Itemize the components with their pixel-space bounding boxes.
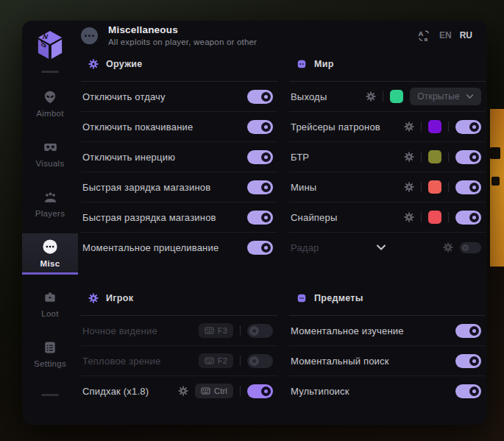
section-title: Предметы	[314, 293, 363, 303]
globe-icon	[297, 59, 307, 69]
row-mines: Мины	[289, 172, 486, 202]
keyboard-icon	[205, 357, 214, 364]
sidebar-item-label: Misc	[40, 259, 60, 268]
toggle-switch[interactable]	[247, 241, 273, 255]
exits-dropdown[interactable]: Открытые	[410, 88, 481, 105]
row-no-recoil: Отключить отдачу	[81, 82, 277, 111]
gear-icon[interactable]	[404, 182, 414, 192]
toggle-switch[interactable]	[247, 180, 273, 194]
color-swatch[interactable]	[428, 120, 441, 133]
cheat-menu-window: N S G Aimbot	[22, 21, 487, 425]
vr-goggles-icon	[43, 140, 58, 155]
gear-icon[interactable]	[366, 91, 376, 102]
row-label: Ночное видение	[82, 325, 157, 336]
sg-cube-logo: N S G	[36, 28, 64, 63]
color-swatch[interactable]	[428, 180, 441, 194]
row-exits: Выходы Открытые	[289, 82, 486, 111]
row-label: Тепловое зрение	[82, 356, 160, 367]
sidebar-item-players[interactable]: Players	[22, 183, 78, 225]
toggle-switch[interactable]	[455, 324, 481, 338]
gear-icon[interactable]	[404, 152, 414, 162]
sidebar-item-visuals[interactable]: Visuals	[22, 133, 78, 174]
gear-icon[interactable]	[404, 121, 414, 132]
toggle-switch[interactable]	[455, 354, 481, 368]
row-label: Мультипоиск	[291, 386, 349, 397]
toggle-switch[interactable]	[247, 120, 273, 134]
sidebar: N S G Aimbot	[22, 21, 78, 425]
toggle-switch[interactable]	[247, 324, 273, 338]
toggle-switch[interactable]	[247, 211, 273, 225]
toggle-switch[interactable]	[455, 150, 481, 164]
row-instant-research: Моментальное изучение	[289, 316, 486, 345]
right-column: Мир Выходы Открытые	[289, 47, 486, 425]
briefcase-icon	[43, 290, 57, 305]
toggle-switch[interactable]	[460, 242, 481, 253]
row-fast-reload: Быстрая зарядка магазинов	[81, 172, 277, 202]
sidebar-item-aimbot[interactable]: Aimbot	[22, 83, 78, 124]
toggle-switch[interactable]	[455, 211, 481, 225]
row-fast-unload: Быстрая разрядка магазинов	[81, 202, 277, 232]
sidebar-item-label: Settings	[34, 359, 66, 368]
sidebar-divider	[41, 71, 59, 73]
row-label: Моментальное прицеливание	[82, 242, 219, 253]
svg-text:я: я	[424, 35, 427, 42]
row-btr: БТР	[289, 141, 486, 172]
page-title: Miscellaneous	[108, 24, 257, 35]
row-label: Трейсеры патронов	[291, 121, 380, 133]
toggle-switch[interactable]	[247, 384, 273, 398]
sidebar-item-settings[interactable]: Settings	[22, 334, 78, 375]
section-title: Игрок	[106, 293, 133, 303]
lang-en-button[interactable]: EN	[439, 30, 452, 40]
sidebar-item-loot[interactable]: Loot	[22, 283, 78, 325]
row-instant-aim: Моментальное прицеливание	[81, 232, 277, 262]
section-items: Предметы Моментальное изучение Моменталь…	[289, 281, 486, 406]
main-panel: Miscellaneous All exploits on player, we…	[78, 21, 487, 425]
row-no-sway: Отключить покачивание	[81, 111, 277, 141]
alien-icon	[43, 90, 57, 105]
row-label: Быстрая зарядка магазинов	[82, 182, 210, 193]
settings-list-icon	[43, 340, 57, 355]
color-swatch[interactable]	[428, 211, 441, 224]
gear-icon[interactable]	[178, 386, 188, 396]
keybind-badge[interactable]: F2	[199, 353, 233, 368]
row-label: БТР	[291, 152, 309, 163]
row-night-vision: Ночное видение F3	[81, 316, 277, 345]
color-swatch[interactable]	[390, 90, 403, 103]
left-column: Оружие Отключить отдачу Отключить покачи…	[81, 47, 277, 425]
toggle-switch[interactable]	[455, 180, 481, 194]
lang-ru-button[interactable]: RU	[460, 30, 472, 40]
ellipsis-circle-icon	[42, 239, 58, 255]
gear-icon[interactable]	[443, 242, 453, 253]
row-label: Снайперы	[291, 212, 338, 223]
language-switch: A я EN RU	[417, 29, 472, 43]
translate-icon: A я	[417, 29, 431, 43]
toggle-switch[interactable]	[247, 150, 273, 164]
row-multi-loot: Мультипоиск	[289, 375, 486, 406]
row-no-inertia: Отключить инерцию	[81, 141, 277, 172]
gear-icon[interactable]	[404, 212, 414, 222]
keyboard-icon	[201, 387, 210, 395]
row-label: Отключить отдачу	[82, 91, 166, 102]
toggle-switch[interactable]	[455, 384, 481, 398]
row-label: Радар	[291, 242, 319, 253]
section-world: Мир Выходы Открытые	[289, 47, 486, 262]
keybind-badge[interactable]: F3	[199, 323, 233, 338]
page-header: Miscellaneous All exploits on player, we…	[78, 21, 487, 47]
sidebar-item-label: Loot	[41, 309, 59, 318]
section-title: Оружие	[106, 59, 143, 69]
row-label: Отключить инерцию	[82, 152, 175, 163]
toggle-switch[interactable]	[455, 120, 481, 134]
color-swatch[interactable]	[428, 150, 441, 163]
section-title: Мир	[314, 59, 334, 69]
sidebar-item-misc[interactable]: Misc	[22, 233, 78, 275]
chevron-down-icon[interactable]	[376, 243, 386, 252]
sidebar-item-label: Aimbot	[36, 109, 64, 118]
toggle-switch[interactable]	[247, 90, 273, 104]
row-instant-loot: Моментальный поиск	[289, 345, 486, 375]
keybind-badge[interactable]: Ctrl	[195, 384, 233, 398]
gear-icon	[88, 293, 99, 303]
section-weapon: Оружие Отключить отдачу Отключить покачи…	[81, 47, 277, 262]
gear-icon	[88, 59, 99, 69]
toggle-switch[interactable]	[247, 354, 273, 368]
background-sign	[490, 109, 504, 267]
